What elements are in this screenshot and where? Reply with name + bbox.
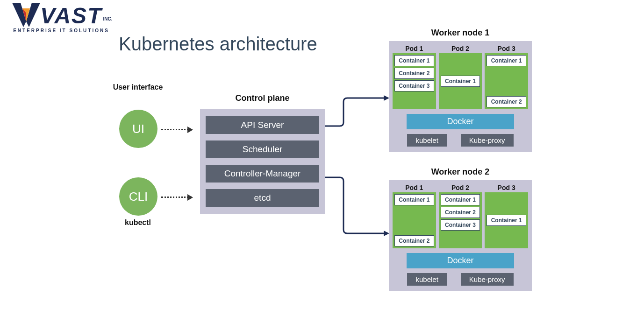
w1-kubelet: kubelet	[407, 134, 446, 147]
w2-p2-c3: Container 3	[441, 219, 480, 231]
w1-p1-c3: Container 3	[394, 80, 434, 91]
cp-controller-manager: Controller-Manager	[206, 165, 319, 183]
logo-suffix: INC.	[103, 16, 112, 21]
ui-circle: UI	[119, 110, 157, 148]
cli-circle-text: CLI	[129, 190, 148, 204]
w1-p1-c2: Container 2	[394, 68, 434, 79]
worker1-title: Worker node 1	[389, 28, 532, 38]
w1-p2-c1: Container 1	[441, 76, 480, 87]
w1-pod1: Container 1 Container 2 Container 3	[393, 53, 436, 109]
w1-p3-c1: Container 1	[487, 55, 526, 66]
w2-pod2: Container 1 Container 2 Container 3	[439, 192, 482, 248]
w2-p2-c2: Container 2	[441, 207, 480, 218]
cp-api-server: API Server	[206, 116, 319, 134]
arrow-ui-to-control	[161, 129, 192, 130]
page-title: Kubernetes architecture	[119, 34, 317, 55]
control-plane-box: API Server Scheduler Controller-Manager …	[200, 109, 325, 214]
worker1-box: Pod 1 Container 1 Container 2 Container …	[389, 41, 532, 152]
w2-docker: Docker	[407, 253, 514, 268]
arrow-control-to-worker2	[325, 173, 390, 243]
worker2-pods: Pod 1 Container 1 Container 2 Pod 2 Cont…	[393, 184, 528, 248]
w1-pod3-title: Pod 3	[485, 45, 528, 52]
worker1-pods: Pod 1 Container 1 Container 2 Container …	[393, 45, 528, 109]
w2-p3-c1: Container 1	[487, 215, 526, 226]
logo-mark	[12, 3, 40, 27]
w1-pod2: Container 1	[439, 53, 482, 109]
logo-tagline: ENTERPRISE IT SOLUTIONS	[12, 28, 110, 33]
logo: VASTINC. ENTERPRISE IT SOLUTIONS	[12, 3, 110, 33]
cli-label: kubectl	[110, 218, 166, 227]
w1-docker: Docker	[407, 114, 514, 129]
control-plane-title: Control plane	[200, 93, 325, 103]
w1-p3-c2: Container 2	[487, 96, 526, 107]
w2-p1-c1: Container 1	[394, 194, 434, 205]
w1-pod2-title: Pod 2	[439, 45, 482, 52]
ui-label: User interface	[110, 83, 166, 91]
arrow-control-to-worker1	[325, 93, 390, 131]
w1-p1-c1: Container 1	[394, 55, 434, 66]
w1-pod1-title: Pod 1	[393, 45, 436, 52]
w2-pod1-title: Pod 1	[393, 184, 436, 191]
w2-kubelet: kubelet	[407, 273, 446, 286]
worker2-title: Worker node 2	[389, 167, 532, 177]
cli-circle: CLI	[119, 177, 157, 216]
w2-pod3-title: Pod 3	[485, 184, 528, 191]
svg-marker-0	[12, 3, 26, 27]
worker2-box: Pod 1 Container 1 Container 2 Pod 2 Cont…	[389, 180, 532, 291]
w1-kube-proxy: Kube-proxy	[461, 134, 514, 147]
ui-circle-text: UI	[132, 122, 144, 136]
svg-marker-1	[26, 3, 40, 27]
w2-pod1: Container 1 Container 2	[393, 192, 436, 248]
w1-pod3: Container 1 Container 2	[485, 53, 528, 109]
logo-name: VAST	[40, 3, 102, 28]
w2-kube-proxy: Kube-proxy	[461, 273, 514, 286]
cp-scheduler: Scheduler	[206, 140, 319, 158]
w2-pod3: Container 1	[485, 192, 528, 248]
cp-etcd: etcd	[206, 189, 319, 207]
w2-pod2-title: Pod 2	[439, 184, 482, 191]
arrow-cli-to-control	[161, 197, 192, 198]
w2-p2-c1: Container 1	[441, 194, 480, 205]
w2-p1-c2: Container 2	[394, 235, 434, 246]
